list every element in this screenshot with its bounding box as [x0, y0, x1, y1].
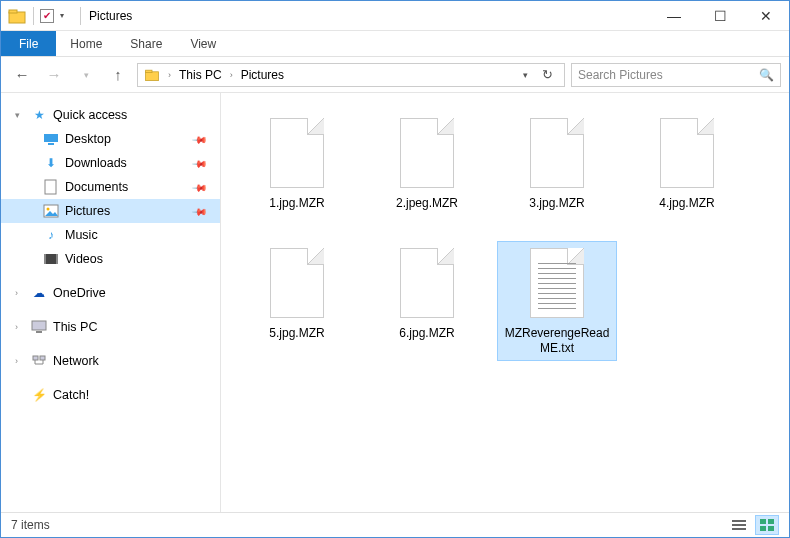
file-label: 4.jpg.MZR	[659, 196, 714, 211]
sidebar-item-label: Documents	[65, 180, 128, 194]
svg-rect-21	[760, 526, 766, 531]
svg-rect-12	[32, 321, 46, 330]
sidebar-item-label: Network	[53, 354, 99, 368]
pictures-icon	[43, 203, 59, 219]
file-label: MZReverengeReadME.txt	[502, 326, 612, 356]
up-button[interactable]: ↑	[105, 62, 131, 88]
sidebar-catch[interactable]: ⚡ Catch!	[1, 383, 220, 407]
file-item[interactable]: 6.jpg.MZR	[367, 241, 487, 361]
breadcrumb-pictures[interactable]: Pictures	[241, 68, 284, 82]
svg-rect-3	[146, 70, 152, 72]
svg-rect-5	[48, 143, 54, 145]
chevron-down-icon[interactable]: ▾	[15, 110, 25, 120]
file-item[interactable]: 5.jpg.MZR	[237, 241, 357, 361]
chevron-right-icon[interactable]: ›	[164, 70, 175, 80]
unknown-file-icon	[397, 248, 457, 320]
svg-rect-10	[44, 254, 46, 264]
search-icon: 🔍	[759, 68, 774, 82]
window-title: Pictures	[89, 9, 132, 23]
svg-rect-15	[40, 356, 45, 360]
breadcrumb-this-pc[interactable]: This PC	[179, 68, 222, 82]
chevron-right-icon[interactable]: ›	[15, 322, 25, 332]
pin-icon: 📌	[192, 179, 208, 195]
file-item[interactable]: MZReverengeReadME.txt	[497, 241, 617, 361]
sidebar-item-pictures[interactable]: Pictures 📌	[1, 199, 220, 223]
sidebar-item-desktop[interactable]: Desktop 📌	[1, 127, 220, 151]
search-input[interactable]: Search Pictures 🔍	[571, 63, 781, 87]
sidebar-item-label: OneDrive	[53, 286, 106, 300]
sidebar-item-label: Music	[65, 228, 98, 242]
file-label: 1.jpg.MZR	[269, 196, 324, 211]
svg-rect-20	[768, 519, 774, 524]
sidebar-item-videos[interactable]: Videos	[1, 247, 220, 271]
sidebar-item-label: This PC	[53, 320, 97, 334]
desktop-icon	[43, 131, 59, 147]
search-placeholder: Search Pictures	[578, 68, 663, 82]
close-button[interactable]: ✕	[743, 1, 789, 31]
view-icons-button[interactable]	[755, 515, 779, 535]
sidebar-item-downloads[interactable]: ⬇ Downloads 📌	[1, 151, 220, 175]
minimize-button[interactable]: —	[651, 1, 697, 31]
chevron-right-icon[interactable]: ›	[15, 356, 25, 366]
file-item[interactable]: 3.jpg.MZR	[497, 111, 617, 231]
chevron-right-icon[interactable]: ›	[15, 288, 25, 298]
ribbon-tab-share[interactable]: Share	[116, 31, 176, 56]
qat-properties-icon[interactable]: ✔	[40, 9, 54, 23]
sidebar-item-label: Videos	[65, 252, 103, 266]
unknown-file-icon	[267, 118, 327, 190]
svg-rect-1	[9, 10, 17, 13]
svg-rect-0	[9, 12, 25, 23]
recent-dropdown-icon[interactable]: ▾	[73, 62, 99, 88]
pin-icon: 📌	[192, 155, 208, 171]
sidebar-item-music[interactable]: ♪ Music	[1, 223, 220, 247]
sidebar-quick-access[interactable]: ▾ ★ Quick access	[1, 103, 220, 127]
ribbon: File Home Share View	[1, 31, 789, 57]
sidebar-item-label: Catch!	[53, 388, 89, 402]
catch-icon: ⚡	[31, 387, 47, 403]
sidebar-network[interactable]: › Network	[1, 349, 220, 373]
file-label: 3.jpg.MZR	[529, 196, 584, 211]
ribbon-tab-home[interactable]: Home	[56, 31, 116, 56]
sidebar: ▾ ★ Quick access Desktop 📌 ⬇ Downloads 📌…	[1, 93, 221, 513]
sidebar-onedrive[interactable]: › ☁ OneDrive	[1, 281, 220, 305]
sidebar-item-label: Desktop	[65, 132, 111, 146]
star-icon: ★	[31, 107, 47, 123]
file-item[interactable]: 4.jpg.MZR	[627, 111, 747, 231]
back-button[interactable]: ←	[9, 62, 35, 88]
svg-point-8	[47, 208, 50, 211]
unknown-file-icon	[527, 118, 587, 190]
svg-rect-2	[146, 71, 159, 80]
sidebar-item-label: Pictures	[65, 204, 110, 218]
ribbon-tab-view[interactable]: View	[176, 31, 230, 56]
unknown-file-icon	[397, 118, 457, 190]
svg-rect-17	[732, 524, 746, 526]
sidebar-item-documents[interactable]: Documents 📌	[1, 175, 220, 199]
svg-rect-14	[33, 356, 38, 360]
file-grid: 1.jpg.MZR2.jpeg.MZR3.jpg.MZR4.jpg.MZR5.j…	[237, 111, 773, 361]
content-pane[interactable]: 1.jpg.MZR2.jpeg.MZR3.jpg.MZR4.jpg.MZR5.j…	[221, 93, 789, 513]
unknown-file-icon	[657, 118, 717, 190]
view-details-button[interactable]	[727, 515, 751, 535]
titlebar-separator	[33, 7, 34, 25]
svg-rect-13	[36, 331, 42, 333]
maximize-button[interactable]: ☐	[697, 1, 743, 31]
navbar: ← → ▾ ↑ › This PC › Pictures ▾ ↻ Search …	[1, 57, 789, 93]
chevron-right-icon[interactable]: ›	[226, 70, 237, 80]
forward-button[interactable]: →	[41, 62, 67, 88]
qat-chevron-down-icon[interactable]: ▾	[60, 11, 70, 20]
pin-icon: 📌	[192, 203, 208, 219]
ribbon-file-tab[interactable]: File	[1, 31, 56, 56]
network-icon	[31, 353, 47, 369]
svg-rect-9	[44, 254, 58, 264]
file-item[interactable]: 1.jpg.MZR	[237, 111, 357, 231]
sidebar-this-pc[interactable]: › This PC	[1, 315, 220, 339]
pin-icon: 📌	[192, 131, 208, 147]
folder-icon	[144, 67, 160, 83]
main-area: ▾ ★ Quick access Desktop 📌 ⬇ Downloads 📌…	[1, 93, 789, 513]
address-dropdown-icon[interactable]: ▾	[519, 70, 532, 80]
address-bar[interactable]: › This PC › Pictures ▾ ↻	[137, 63, 565, 87]
file-item[interactable]: 2.jpeg.MZR	[367, 111, 487, 231]
titlebar: ✔ ▾ Pictures — ☐ ✕	[1, 1, 789, 31]
refresh-button[interactable]: ↻	[536, 67, 558, 82]
titlebar-separator	[80, 7, 81, 25]
